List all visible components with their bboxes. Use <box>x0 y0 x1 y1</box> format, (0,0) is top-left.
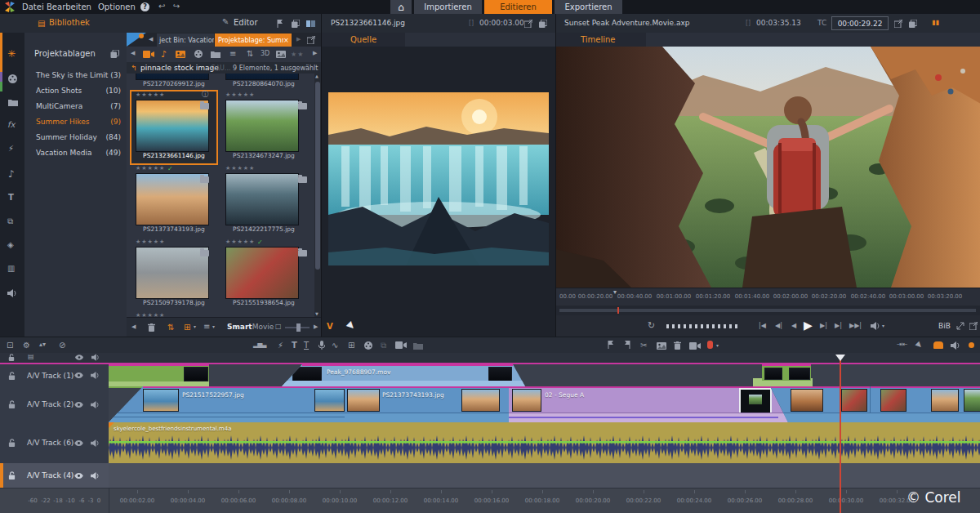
timeline-playhead-line[interactable] <box>840 356 841 513</box>
volume-caret-icon[interactable]: ▾ <box>882 323 884 328</box>
bin-item-vacation-media[interactable]: Vacation Media (49) <box>24 145 127 161</box>
snapshot-icon[interactable] <box>395 341 407 349</box>
lock-icon[interactable] <box>8 439 16 447</box>
rating-stars[interactable]: ★★★★★ <box>225 165 255 172</box>
audio-ducking-icon[interactable]: ∿ <box>332 341 338 350</box>
filter-video-icon[interactable] <box>143 51 154 58</box>
tab-project-bin[interactable]: ject Bin: Vacation... <box>157 33 214 47</box>
tab-quelle[interactable]: Quelle <box>350 35 376 44</box>
clip-green-2-video[interactable] <box>762 364 811 381</box>
track-header-4-active[interactable]: A/V Track (4) <box>0 463 109 488</box>
zoom-out-icon[interactable]: □ <box>275 323 282 330</box>
split-trim-icon[interactable]: ▶ <box>915 341 924 350</box>
clip-segue[interactable]: 02 - Segue A <box>509 386 788 422</box>
tab-collection-active[interactable]: Projektablage: Summe... × <box>215 33 292 47</box>
titles-icon[interactable]: T <box>8 194 14 202</box>
menu-datei[interactable]: Datei <box>22 2 44 11</box>
rating-stars[interactable]: ★★★★★ <box>136 239 165 245</box>
scrollbar-thumb[interactable] <box>315 82 320 270</box>
undock-icon[interactable] <box>307 36 315 44</box>
eye-icon[interactable] <box>74 402 83 408</box>
view-list-icon[interactable]: ≡ <box>229 50 236 58</box>
info-icon[interactable]: ⓘ <box>202 91 208 98</box>
loop-icon[interactable]: ↻ <box>648 321 655 330</box>
audio-mixer-icon[interactable]: ▂▅▃ <box>253 341 265 348</box>
preview-pause-icon[interactable]: ▮▮ <box>932 19 939 26</box>
bin-item-summer-holiday[interactable]: Summer Holiday (84) <box>24 130 127 145</box>
nav-importieren-button[interactable]: Importieren <box>414 0 482 14</box>
nav-editieren-button[interactable]: Editieren <box>484 0 552 14</box>
menu-bearbeiten[interactable]: Bearbeiten <box>47 2 91 11</box>
pin-icon[interactable] <box>276 20 284 28</box>
speaker-icon[interactable] <box>91 401 100 408</box>
storyboard-toggle-icon[interactable]: ⊘ <box>59 341 65 350</box>
razor-icon[interactable]: ✂ <box>640 341 647 350</box>
cloud-icon[interactable] <box>413 342 423 350</box>
master-lock-icon[interactable] <box>8 354 15 361</box>
speaker-icon[interactable] <box>91 472 100 480</box>
filter-photo-icon[interactable] <box>176 51 185 58</box>
eye-icon[interactable] <box>74 473 83 479</box>
footer-fwd-icon[interactable]: ▶ <box>314 324 318 330</box>
grid-view-icon[interactable]: ⊞ <box>184 323 190 332</box>
detail-caret-icon[interactable]: ▾ <box>212 324 215 329</box>
footer-back-icon[interactable]: ◀ <box>131 324 136 330</box>
grid-caret-icon[interactable]: ▾ <box>194 324 196 329</box>
preview-scroll-thumb[interactable] <box>559 309 976 312</box>
media-cell[interactable]: ★★★★★ ✓ PS21373743193.jpg <box>133 165 215 234</box>
timecode-box[interactable]: 00:00:29.22 <box>831 16 889 30</box>
help-icon[interactable]: ? <box>140 2 149 11</box>
magnetic-snap-icon[interactable] <box>933 341 943 349</box>
detail-view-icon[interactable]: ≡ <box>203 323 210 331</box>
toolbar-more-icon[interactable]: ▶ <box>313 51 317 56</box>
eye-icon[interactable] <box>74 440 83 446</box>
preview-ruler[interactable]: 00.00 00:00:20.00 00:00:40.00 00:01:00.0… <box>556 288 980 306</box>
step-forward-button[interactable]: ▶| <box>820 323 827 329</box>
tabs-scroll-right-icon[interactable]: ▶ <box>296 37 301 42</box>
mute-icon[interactable] <box>951 341 960 350</box>
smartmovie-button[interactable]: SmartMovie <box>227 323 274 331</box>
music-icon[interactable]: ♪ <box>8 169 15 179</box>
copy-icon[interactable] <box>292 20 300 28</box>
eye-icon[interactable] <box>74 372 83 378</box>
template-icon[interactable]: ▥ <box>7 265 15 273</box>
preview-scrollstrip[interactable] <box>556 306 980 315</box>
trim-mode-icon[interactable]: ⇥⇤ <box>897 341 907 348</box>
play-reverse-button[interactable]: ◀ <box>791 323 796 329</box>
delete-clip-icon[interactable] <box>674 341 681 350</box>
clip-img2[interactable]: PS21373743193.jpg <box>345 386 509 424</box>
clip-photo-icon[interactable] <box>657 342 666 350</box>
nav-exportieren-button[interactable]: Exportieren <box>555 0 622 14</box>
transitions-icon[interactable]: ⧉ <box>7 217 13 225</box>
home-button[interactable]: ⌂ <box>390 0 412 14</box>
folder-icon[interactable] <box>8 99 18 106</box>
clip-img1[interactable]: PS21517522957.jpg <box>109 386 345 422</box>
disc-icon[interactable]: ◈ <box>7 241 14 249</box>
bin-item-multicamera[interactable]: MultiCamera (7) <box>24 99 127 114</box>
voiceover-icon[interactable] <box>318 341 325 350</box>
source-v-label[interactable]: V <box>327 322 333 331</box>
subtitle-tool-icon[interactable]: T <box>304 341 309 350</box>
track-header-2[interactable]: A/V Track (2) <box>0 386 109 423</box>
montage-icon[interactable]: ⚡ <box>8 145 14 153</box>
scenes-icon[interactable] <box>276 51 286 58</box>
bib-button[interactable]: BiB <box>938 322 951 330</box>
preview-undock-icon[interactable] <box>894 20 902 28</box>
corner-flag-icon[interactable] <box>127 33 146 47</box>
lock-icon[interactable] <box>8 372 16 380</box>
tabs-scroll-left-icon[interactable]: ◀ <box>149 37 153 42</box>
render-icon[interactable] <box>364 341 372 350</box>
magnet-icon[interactable]: ⚡ <box>278 341 283 350</box>
rating-filter-icon[interactable]: ★★ <box>291 51 304 58</box>
redo-icon[interactable]: ↪ <box>173 2 180 11</box>
shuttle-strip[interactable] <box>666 324 740 328</box>
master-speaker-icon[interactable] <box>91 354 100 361</box>
fullscreen-icon[interactable] <box>969 322 978 330</box>
track-header-1[interactable]: A/V Track (1) <box>0 364 109 387</box>
collections-icon[interactable] <box>110 50 119 58</box>
resize-icon[interactable] <box>956 322 964 330</box>
media-cell[interactable]: PS21270269912.jpg <box>133 74 215 88</box>
capture-icon[interactable] <box>689 342 701 350</box>
media-cell[interactable]: ★★★★★ PS21422217775.jpg <box>223 165 305 234</box>
lock-icon[interactable] <box>8 400 16 408</box>
